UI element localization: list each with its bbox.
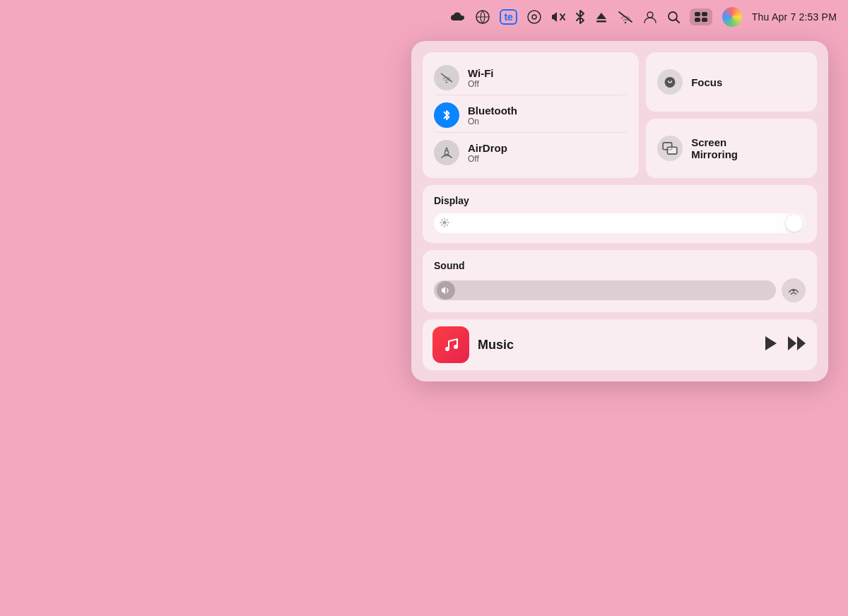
airplay-button[interactable] (782, 278, 806, 302)
svg-rect-13 (695, 18, 700, 22)
bluetooth-label: Bluetooth (468, 105, 517, 117)
music-label: Music (478, 338, 755, 353)
control-center-panel: Wi-Fi Off Bluetooth On (411, 41, 828, 381)
mute-icon[interactable] (551, 11, 565, 23)
display-label: Display (434, 195, 806, 206)
user-icon[interactable] (643, 10, 657, 24)
svg-point-1 (528, 11, 541, 23)
display-section: Display (423, 185, 817, 243)
play-button[interactable] (763, 336, 777, 355)
cloud-icon[interactable] (450, 11, 466, 23)
globe-icon[interactable] (476, 10, 490, 24)
bluetooth-icon (434, 102, 459, 128)
svg-rect-12 (702, 12, 707, 16)
menubar-time: Thu Apr 7 2:53 PM (752, 11, 837, 23)
svg-marker-33 (765, 336, 777, 350)
music-controls (763, 336, 807, 355)
sound-label: Sound (434, 260, 806, 271)
focus-icon (657, 69, 683, 95)
screen-mirroring-label: ScreenMirroring (691, 136, 738, 160)
bluetooth-text: Bluetooth On (468, 105, 517, 126)
wifi-text: Wi-Fi Off (468, 67, 494, 89)
focus-label: Focus (691, 76, 722, 88)
svg-point-2 (532, 15, 536, 19)
sound-row (434, 278, 806, 302)
eject-icon[interactable] (595, 11, 608, 23)
svg-point-9 (669, 12, 677, 20)
volume-thumb[interactable] (437, 281, 455, 300)
bluetooth-status: On (468, 117, 517, 126)
right-column: Focus ScreenMirroring (646, 52, 817, 178)
svg-marker-34 (788, 336, 796, 350)
siri-menubar-icon[interactable] (722, 7, 742, 27)
sound-section: Sound (423, 250, 817, 312)
control-center-icon[interactable] (690, 8, 712, 25)
svg-point-20 (442, 220, 446, 224)
airdrop-icon (434, 140, 459, 165)
wifi-status: Off (468, 79, 494, 89)
focus-tile[interactable]: Focus (646, 52, 817, 112)
svg-point-32 (454, 345, 458, 349)
svg-line-26 (447, 225, 447, 225)
volume-slider-container (434, 280, 776, 300)
svg-rect-14 (702, 18, 707, 22)
music-app-icon (432, 326, 469, 363)
svg-point-17 (444, 150, 448, 154)
svg-rect-5 (596, 20, 606, 23)
brightness-icon (440, 218, 449, 230)
music-section: Music (423, 319, 817, 370)
svg-point-8 (647, 12, 653, 18)
bluetooth-toggle[interactable]: Bluetooth On (432, 98, 629, 133)
brightness-slider-container (434, 213, 806, 233)
te-icon[interactable]: te (500, 9, 517, 25)
screen-mirroring-tile[interactable]: ScreenMirroring (646, 119, 817, 178)
password-icon[interactable] (527, 10, 541, 24)
wifi-icon (434, 65, 459, 90)
svg-point-30 (792, 289, 795, 292)
screen-mirroring-icon (657, 136, 683, 161)
wifi-label: Wi-Fi (468, 67, 494, 79)
svg-rect-19 (668, 147, 678, 154)
svg-line-28 (442, 225, 442, 225)
fast-forward-button[interactable] (787, 336, 807, 355)
airdrop-label: AirDrop (468, 142, 507, 154)
airdrop-toggle[interactable]: AirDrop Off (432, 136, 629, 170)
svg-marker-35 (797, 336, 806, 350)
svg-point-31 (445, 347, 449, 351)
svg-point-7 (625, 22, 626, 23)
wifi-off-icon[interactable] (618, 11, 633, 23)
airdrop-status: Off (468, 154, 507, 164)
bluetooth-menubar-icon[interactable] (575, 10, 585, 24)
brightness-thumb[interactable] (786, 215, 803, 232)
svg-line-27 (447, 219, 447, 220)
svg-line-10 (676, 20, 679, 23)
svg-point-16 (446, 81, 447, 83)
wifi-toggle[interactable]: Wi-Fi Off (432, 61, 629, 95)
svg-marker-29 (791, 295, 795, 296)
top-row: Wi-Fi Off Bluetooth On (423, 52, 817, 178)
svg-rect-11 (695, 12, 700, 16)
search-menubar-icon[interactable] (667, 11, 680, 23)
connectivity-tile: Wi-Fi Off Bluetooth On (423, 52, 639, 178)
menubar: te (0, 0, 848, 34)
airdrop-text: AirDrop Off (468, 142, 507, 164)
svg-line-25 (442, 219, 442, 220)
